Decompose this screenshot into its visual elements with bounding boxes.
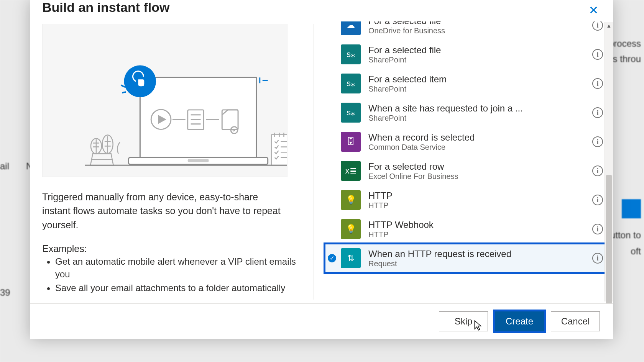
left-pane: Triggered manually from any device, easy…: [30, 20, 314, 303]
scroll-thumb[interactable]: [606, 175, 612, 303]
trigger-item[interactable]: s⁎When a site has requested to join a ..…: [325, 98, 606, 127]
trigger-title: When a record is selected: [368, 132, 588, 143]
trigger-subtitle: Excel Online For Business: [368, 172, 588, 181]
trigger-radio[interactable]: ✓: [328, 254, 336, 262]
sharepoint-icon: s⁎: [341, 103, 361, 123]
info-icon[interactable]: i: [592, 136, 603, 147]
bg-tile: [622, 199, 641, 218]
flow-illustration: [42, 24, 288, 177]
svg-rect-1: [140, 77, 256, 157]
trigger-text: When a record is selectedCommon Data Ser…: [368, 132, 588, 152]
trigger-title: For a selected file: [368, 21, 588, 26]
trigger-text: For a selected itemSharePoint: [368, 74, 588, 93]
build-instant-flow-modal: Build an instant flow ✕: [30, 0, 613, 339]
info-icon[interactable]: i: [592, 195, 603, 205]
trigger-radio[interactable]: [328, 167, 336, 175]
scrollbar[interactable]: ▲ ▼: [605, 22, 613, 301]
trigger-subtitle: Common Data Service: [368, 143, 588, 152]
trigger-title: HTTP Webhook: [368, 219, 588, 230]
trigger-radio[interactable]: [328, 225, 336, 233]
excel-icon: x≣: [341, 161, 361, 181]
trigger-subtitle: SharePoint: [368, 85, 588, 93]
svg-rect-3: [188, 159, 209, 162]
close-button[interactable]: ✕: [586, 2, 601, 18]
trigger-text: When an HTTP request is receivedRequest: [368, 249, 588, 268]
svg-rect-28: [272, 135, 287, 165]
info-icon[interactable]: i: [592, 107, 603, 118]
sharepoint-icon: s⁎: [341, 44, 361, 64]
trigger-text: For a selected fileSharePoint: [368, 45, 588, 64]
modal-body: Triggered manually from any device, easy…: [30, 20, 613, 303]
trigger-text: HTTPHTTP: [368, 190, 588, 210]
trigger-title: When an HTTP request is received: [368, 249, 588, 259]
trigger-text: For a selected rowExcel Online For Busin…: [368, 161, 588, 181]
bg-text: 39: [0, 287, 10, 298]
examples-label: Examples:: [42, 243, 303, 254]
modal-title: Build an instant flow: [42, 0, 169, 15]
trigger-scroll[interactable]: ☁For a selected fileOneDrive for Busines…: [314, 21, 613, 303]
modal-footer: Skip Create Cancel: [30, 303, 613, 339]
svg-line-18: [122, 92, 126, 93]
trigger-title: For a selected file: [368, 45, 588, 56]
trigger-title: For a selected row: [368, 161, 588, 172]
close-icon: ✕: [589, 4, 598, 16]
trigger-radio[interactable]: [328, 50, 336, 59]
trigger-item[interactable]: 💡HTTPHTTPi: [325, 185, 606, 215]
info-icon[interactable]: i: [592, 21, 603, 31]
bg-text: oft: [631, 246, 641, 257]
trigger-radio[interactable]: [328, 21, 336, 29]
trigger-item[interactable]: ✓⇅When an HTTP request is receivedReques…: [325, 244, 606, 273]
illustration-svg: [43, 24, 287, 177]
bg-text: ail: [0, 161, 9, 172]
trigger-subtitle: HTTP: [368, 230, 588, 239]
trigger-item[interactable]: s⁎For a selected itemSharePointi: [325, 69, 606, 98]
info-icon[interactable]: i: [592, 224, 603, 234]
flow-description: Triggered manually from any device, easy…: [42, 190, 288, 232]
cancel-button[interactable]: Cancel: [551, 311, 600, 331]
trigger-item[interactable]: ☁For a selected fileOneDrive for Busines…: [325, 21, 606, 40]
trigger-subtitle: SharePoint: [368, 56, 588, 64]
trigger-item[interactable]: x≣For a selected rowExcel Online For Bus…: [325, 156, 606, 185]
example-item: Get an automatic mobile alert whenever a…: [55, 255, 303, 281]
trigger-radio[interactable]: [328, 196, 336, 204]
trigger-subtitle: Request: [368, 259, 588, 268]
lightbulb-icon: 💡: [341, 190, 361, 210]
skip-button[interactable]: Skip: [439, 311, 488, 331]
modal-header: Build an instant flow ✕: [30, 0, 613, 20]
create-button[interactable]: Create: [495, 311, 544, 331]
trigger-item[interactable]: 🗄When a record is selectedCommon Data Se…: [325, 127, 606, 156]
trigger-subtitle: OneDrive for Business: [368, 26, 588, 35]
info-icon[interactable]: i: [592, 78, 603, 89]
database-icon: 🗄: [341, 132, 361, 152]
request-icon: ⇅: [341, 248, 361, 268]
trigger-title: HTTP: [368, 190, 588, 201]
trigger-title: When a site has requested to join a ...: [368, 103, 588, 114]
trigger-list-pane: ☁For a selected fileOneDrive for Busines…: [314, 20, 613, 303]
info-icon[interactable]: i: [592, 253, 603, 264]
trigger-item[interactable]: 💡HTTP WebhookHTTPi: [325, 215, 606, 244]
trigger-subtitle: SharePoint: [368, 114, 588, 123]
trigger-title: For a selected item: [368, 74, 588, 85]
bg-text: rs throu: [610, 54, 641, 64]
trigger-radio[interactable]: [328, 108, 336, 117]
bg-text: process: [609, 38, 641, 49]
trigger-text: For a selected fileOneDrive for Business: [368, 21, 588, 35]
lightbulb-icon: 💡: [341, 219, 361, 239]
onedrive-icon: ☁: [341, 21, 361, 35]
trigger-text: When a site has requested to join a ...S…: [368, 103, 588, 123]
trigger-text: HTTP WebhookHTTP: [368, 219, 588, 239]
trigger-item[interactable]: s⁎For a selected fileSharePointi: [325, 40, 606, 69]
trigger-subtitle: HTTP: [368, 201, 588, 210]
example-item: Save all your email attachments to a fol…: [55, 282, 303, 295]
sharepoint-icon: s⁎: [341, 74, 361, 93]
info-icon[interactable]: i: [592, 165, 603, 176]
examples-list: Get an automatic mobile alert whenever a…: [42, 255, 303, 295]
trigger-radio[interactable]: [328, 138, 336, 146]
scroll-up-arrow-icon[interactable]: ▲: [606, 22, 613, 29]
trigger-radio[interactable]: [328, 79, 336, 88]
info-icon[interactable]: i: [592, 49, 603, 60]
